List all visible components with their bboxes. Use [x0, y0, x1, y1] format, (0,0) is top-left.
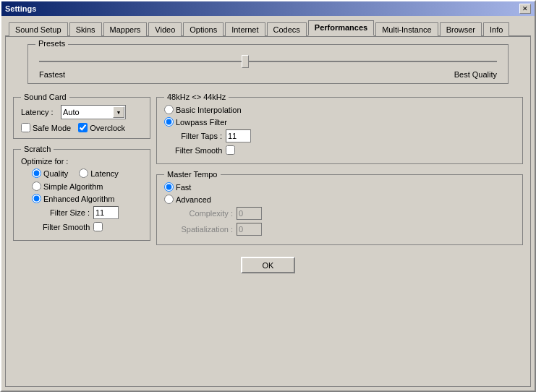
advanced-label: Advanced	[164, 195, 211, 204]
overclock-checkbox[interactable]	[78, 123, 88, 132]
tab-video[interactable]: Video	[148, 22, 182, 36]
hz-fieldset: 48kHz <> 44kHz Basic Interpolation Lowpa…	[156, 93, 523, 164]
enhanced-algo-label: Enhanced Algorithm	[32, 194, 114, 203]
tab-info[interactable]: Info	[483, 22, 509, 36]
tab-mappers[interactable]: Mappers	[103, 22, 148, 36]
presets-legend: Presets	[35, 39, 68, 48]
latency-label: Latency :	[21, 108, 61, 116]
spatialization-input[interactable]	[237, 223, 262, 236]
hz-filter-taps-row: Filter Taps :	[164, 129, 515, 142]
complexity-row: Complexity :	[164, 207, 515, 220]
enhanced-algo-row: Enhanced Algorithm	[21, 194, 142, 203]
spatialization-label: Spatialization :	[171, 225, 233, 234]
spatialization-row: Spatialization :	[164, 223, 515, 236]
latency-radio[interactable]	[79, 169, 88, 178]
col-left: Sound Card Latency : Auto ▼	[13, 93, 150, 251]
fast-row: Fast	[164, 182, 515, 192]
presets-section: Presets Fastest Best Quality	[27, 44, 509, 84]
latency-select-wrapper: Auto ▼	[61, 105, 126, 119]
tab-sound-setup[interactable]: Sound Setup	[9, 22, 68, 36]
scratch-fieldset: Scratch Optimize for : Quality Latency	[13, 145, 150, 241]
main-panel: Presets Fastest Best Quality	[5, 37, 531, 387]
optimize-radio-group: Quality Latency	[21, 169, 142, 178]
advanced-radio[interactable]	[164, 195, 174, 204]
basic-interp-label: Basic Interpolation	[164, 105, 242, 114]
scratch-filter-size-label: Filter Size :	[43, 208, 90, 217]
hz-filter-taps-label: Filter Taps :	[175, 132, 222, 140]
enhanced-algo-radio[interactable]	[32, 194, 41, 203]
tab-internet[interactable]: Internet	[225, 22, 265, 36]
fast-radio[interactable]	[164, 182, 174, 192]
hz-filter-smooth-checkbox[interactable]	[226, 145, 235, 155]
ok-button[interactable]: OK	[241, 257, 295, 273]
scratch-filter-smooth-label: Filter Smooth	[43, 223, 90, 231]
hz-legend: 48kHz <> 44kHz	[164, 93, 229, 101]
soundcard-legend: Sound Card	[21, 93, 69, 101]
tabs-bar: Sound Setup Skins Mappers Video Options …	[5, 20, 531, 37]
tab-multi-instance[interactable]: Multi-Instance	[375, 22, 438, 36]
content-area: Sound Setup Skins Mappers Video Options …	[1, 16, 535, 391]
tab-options[interactable]: Options	[183, 22, 224, 36]
scratch-filter-smooth-checkbox[interactable]	[93, 222, 103, 231]
slider-container: Fastest Best Quality	[39, 51, 497, 79]
complexity-input[interactable]	[237, 207, 262, 220]
lowpass-row: Lowpass Filter	[164, 117, 515, 127]
settings-window: Settings ✕ Sound Setup Skins Mappers Vid…	[0, 0, 536, 392]
quality-radio[interactable]	[32, 169, 41, 178]
checkbox-row: Safe Mode Overclock	[21, 123, 142, 132]
bottom-bar: OK	[13, 251, 523, 277]
tab-skins[interactable]: Skins	[69, 22, 102, 36]
tab-codecs[interactable]: Codecs	[267, 22, 307, 36]
two-col: Sound Card Latency : Auto ▼	[13, 93, 523, 251]
hz-filter-smooth-row: Filter Smooth	[164, 145, 515, 155]
safe-mode-checkbox[interactable]	[21, 123, 30, 132]
latency-select[interactable]: Auto	[61, 105, 126, 119]
slider-line	[39, 61, 497, 62]
scratch-filter-size-row: Filter Size :	[21, 206, 142, 219]
lowpass-label: Lowpass Filter	[164, 117, 227, 127]
hz-filter-taps-input[interactable]	[226, 129, 251, 142]
basic-interp-radio[interactable]	[164, 105, 174, 114]
slider-thumb[interactable]	[242, 55, 249, 68]
basic-interp-row: Basic Interpolation	[164, 105, 515, 114]
simple-algo-row: Simple Algorithm	[21, 182, 142, 191]
master-tempo-legend: Master Tempo	[164, 170, 221, 179]
lowpass-radio[interactable]	[164, 117, 174, 127]
simple-algo-label: Simple Algorithm	[32, 182, 103, 191]
advanced-row: Advanced	[164, 195, 515, 204]
latency-radio-label: Latency	[79, 169, 119, 178]
slider-label-best: Best Quality	[454, 70, 497, 79]
col-right: 48kHz <> 44kHz Basic Interpolation Lowpa…	[156, 93, 523, 251]
overclock-label: Overclock	[78, 123, 125, 132]
simple-algo-radio[interactable]	[32, 182, 41, 191]
fast-label: Fast	[164, 182, 191, 192]
scratch-legend: Scratch	[21, 145, 54, 153]
master-tempo-fieldset: Master Tempo Fast Advanced	[156, 170, 523, 245]
tab-browser[interactable]: Browser	[440, 22, 482, 36]
tab-performances[interactable]: Performances	[308, 20, 374, 36]
window-title: Settings	[5, 4, 36, 13]
title-bar-controls: ✕	[519, 4, 531, 14]
slider-track	[39, 54, 497, 69]
close-button[interactable]: ✕	[519, 4, 531, 14]
optimize-label: Optimize for :	[21, 157, 142, 166]
scratch-filter-smooth-row: Filter Smooth	[21, 222, 142, 231]
latency-row: Latency : Auto ▼	[21, 105, 142, 119]
slider-label-fastest: Fastest	[39, 70, 65, 79]
quality-radio-label: Quality	[32, 169, 68, 178]
slider-labels: Fastest Best Quality	[39, 70, 497, 79]
hz-filter-smooth-label: Filter Smooth	[175, 146, 222, 155]
safe-mode-label: Safe Mode	[21, 123, 71, 132]
soundcard-fieldset: Sound Card Latency : Auto ▼	[13, 93, 150, 139]
complexity-label: Complexity :	[171, 209, 233, 218]
scratch-filter-size-input[interactable]	[93, 206, 119, 219]
title-bar: Settings ✕	[1, 1, 535, 16]
